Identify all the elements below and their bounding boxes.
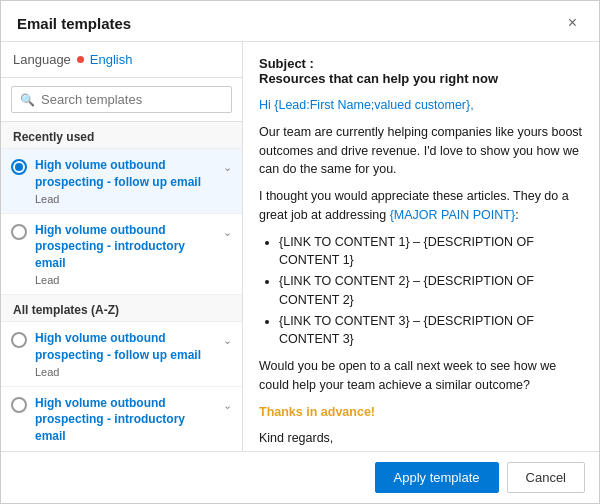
radio-item-4[interactable] <box>11 397 27 413</box>
radio-item-1[interactable] <box>11 159 27 175</box>
template-item-1[interactable]: High volume outbound prospecting - follo… <box>1 149 242 214</box>
language-label: Language <box>13 52 71 67</box>
email-para2: I thought you would appreciate these art… <box>259 187 583 225</box>
radio-item-3[interactable] <box>11 332 27 348</box>
template-tag-2: Lead <box>35 274 215 286</box>
chevron-icon-3: ⌄ <box>223 334 232 347</box>
chevron-icon-2: ⌄ <box>223 226 232 239</box>
email-para3: Would you be open to a call next week to… <box>259 357 583 395</box>
content-links-list: {LINK TO CONTENT 1} – {DESCRIPTION OF CO… <box>279 233 583 350</box>
subject-label: Subject : <box>259 56 314 71</box>
content-link-1: {LINK TO CONTENT 1} – {DESCRIPTION OF CO… <box>279 233 583 271</box>
radio-item-2[interactable] <box>11 224 27 240</box>
email-templates-dialog: Email templates × Language English 🔍 R <box>0 0 600 504</box>
email-greeting: Hi {Lead:First Name;valued customer}, <box>259 96 583 115</box>
template-list: Recently used High volume outbound prosp… <box>1 122 242 451</box>
language-value[interactable]: English <box>90 52 133 67</box>
dialog-header: Email templates × <box>1 1 599 42</box>
left-panel: Language English 🔍 Recently used <box>1 42 243 451</box>
right-panel: Subject : Resources that can help you ri… <box>243 42 599 451</box>
template-tag-1: Lead <box>35 193 215 205</box>
dialog-footer: Apply template Cancel <box>1 451 599 503</box>
search-input[interactable] <box>41 92 223 107</box>
template-item-4[interactable]: High volume outbound prospecting - intro… <box>1 387 242 451</box>
template-name-1: High volume outbound prospecting - follo… <box>35 157 215 191</box>
section-all-templates: All templates (A-Z) <box>1 295 242 322</box>
template-item-3[interactable]: High volume outbound prospecting - follo… <box>1 322 242 387</box>
dialog-body: Language English 🔍 Recently used <box>1 42 599 451</box>
template-info-3: High volume outbound prospecting - follo… <box>35 330 215 378</box>
apply-template-button[interactable]: Apply template <box>375 462 499 493</box>
template-info-2: High volume outbound prospecting - intro… <box>35 222 215 286</box>
subject-line: Subject : Resources that can help you ri… <box>259 56 583 86</box>
template-item-2[interactable]: High volume outbound prospecting - intro… <box>1 214 242 295</box>
search-icon: 🔍 <box>20 93 35 107</box>
template-name-2: High volume outbound prospecting - intro… <box>35 222 215 272</box>
closing-text: Kind regards, <box>259 431 333 445</box>
greeting-placeholder: Hi {Lead:First Name;valued customer}, <box>259 98 474 112</box>
search-box: 🔍 <box>11 86 232 113</box>
dialog-title: Email templates <box>17 15 131 32</box>
language-row: Language English <box>1 42 242 78</box>
thanks-text: Thanks in advance! <box>259 403 583 422</box>
content-link-2: {LINK TO CONTENT 2} – {DESCRIPTION OF CO… <box>279 272 583 310</box>
email-closing: Kind regards, {!User:Full Name;Thanks} <box>259 429 583 451</box>
template-name-4: High volume outbound prospecting - intro… <box>35 395 215 445</box>
cancel-button[interactable]: Cancel <box>507 462 585 493</box>
pain-point-placeholder: {MAJOR PAIN POINT} <box>390 208 516 222</box>
template-tag-3: Lead <box>35 366 215 378</box>
template-info-1: High volume outbound prospecting - follo… <box>35 157 215 205</box>
search-row: 🔍 <box>1 78 242 122</box>
section-recently-used: Recently used <box>1 122 242 149</box>
close-button[interactable]: × <box>562 13 583 33</box>
subject-title: Resources that can help you right now <box>259 71 498 86</box>
chevron-icon-1: ⌄ <box>223 161 232 174</box>
template-info-4: High volume outbound prospecting - intro… <box>35 395 215 447</box>
language-required-dot <box>77 56 84 63</box>
chevron-icon-4: ⌄ <box>223 399 232 412</box>
email-para1: Our team are currently helping companies… <box>259 123 583 179</box>
email-body: Hi {Lead:First Name;valued customer}, Ou… <box>259 96 583 451</box>
template-name-3: High volume outbound prospecting - follo… <box>35 330 215 364</box>
content-link-3: {LINK TO CONTENT 3} – {DESCRIPTION OF CO… <box>279 312 583 350</box>
